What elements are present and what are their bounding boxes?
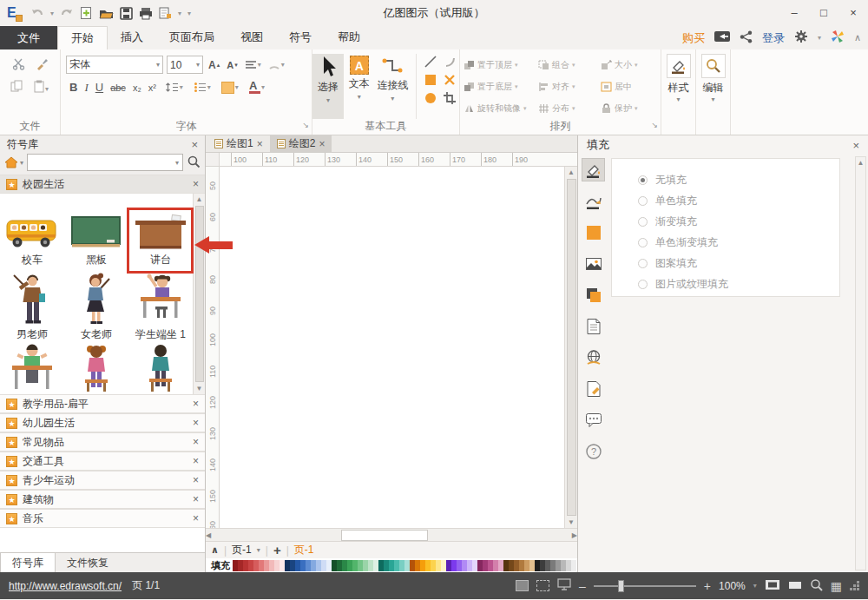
export-dropdown-icon[interactable]: ▾ <box>178 10 181 17</box>
fit-page-icon[interactable] <box>765 579 780 593</box>
category-bar-active[interactable]: ★ 校园生活 × <box>0 175 205 194</box>
drawing-tab-1[interactable]: 绘图1× <box>207 135 270 152</box>
fill-tab-button[interactable] <box>582 158 605 181</box>
fit-width-icon[interactable] <box>788 580 802 592</box>
select-tool-button[interactable]: 选择▾ <box>312 54 344 119</box>
edit-button[interactable] <box>701 54 726 78</box>
undo-icon[interactable] <box>30 7 44 19</box>
style-dropdown-icon[interactable]: ▾ <box>676 96 680 103</box>
fill-option-gradient[interactable]: 渐变填充 <box>638 211 839 232</box>
text-tool-button[interactable]: A 文本▾ <box>344 54 375 119</box>
collapse-ribbon-icon[interactable]: ∧ <box>854 32 861 43</box>
add-page-button[interactable]: + <box>273 543 281 557</box>
close-button[interactable]: × <box>838 2 868 24</box>
palette-swatch[interactable] <box>571 560 576 571</box>
minimize-button[interactable]: – <box>779 2 809 24</box>
line-style-tab-button[interactable] <box>582 189 605 213</box>
edrawsoft-link[interactable]: http://www.edrawsoft.cn/ <box>9 580 122 592</box>
align-text-icon[interactable]: ▾ <box>243 59 263 71</box>
line-spacing-icon[interactable]: ▾ <box>163 81 185 94</box>
scroll-up-icon[interactable]: ▲ <box>196 194 203 205</box>
scroll-up-icon[interactable]: ▲ <box>568 167 575 178</box>
page-tab-active[interactable]: 页-1 <box>294 543 314 557</box>
presentation-view-icon[interactable] <box>557 578 571 593</box>
file-menu-button[interactable]: 文件 <box>0 26 57 49</box>
page-selector[interactable]: 页-1 <box>232 543 252 557</box>
symbol-student-desk-2[interactable] <box>64 343 128 393</box>
symbol-school-bus[interactable]: 校车 <box>0 194 64 268</box>
undo-dropdown-icon[interactable]: ▾ <box>50 10 54 17</box>
library-home-button[interactable]: ▾ <box>4 156 23 168</box>
buy-button[interactable]: 购买 <box>682 30 705 46</box>
scrollbar-thumb[interactable] <box>195 206 204 382</box>
category-close-icon[interactable]: × <box>193 455 199 467</box>
menu-tab-6[interactable]: 帮助 <box>325 26 373 49</box>
cross-tool-icon[interactable] <box>443 73 457 89</box>
search-icon[interactable] <box>187 155 201 171</box>
redo-icon[interactable] <box>60 7 74 19</box>
login-button[interactable]: 登录 <box>762 30 785 46</box>
bullet-list-icon[interactable]: ▾ <box>192 81 213 94</box>
symbol-male-teacher[interactable]: 男老师 <box>0 268 64 343</box>
category-close-icon[interactable]: × <box>193 436 199 448</box>
fill-panel-scrollbar[interactable]: ▲ <box>855 156 866 570</box>
library-search-input[interactable] <box>28 155 175 169</box>
comment-tab-button[interactable] <box>582 408 605 432</box>
help-tab-button[interactable]: ? <box>582 439 605 463</box>
cut-icon[interactable] <box>12 57 25 73</box>
category-bar[interactable]: ★幼儿园生活× <box>0 413 205 432</box>
document-list-tab-button[interactable] <box>582 314 605 338</box>
arrange-dialog-launcher-icon[interactable]: ↘ <box>651 118 658 132</box>
rectangle-tool-icon[interactable] <box>424 73 437 89</box>
style-button[interactable] <box>667 54 691 78</box>
menu-tab-1[interactable]: 开始 <box>57 26 108 49</box>
ellipse-tool-icon[interactable] <box>424 91 437 108</box>
note-tab-button[interactable] <box>582 377 605 400</box>
menu-tab-5[interactable]: 符号 <box>276 26 325 49</box>
increase-font-icon[interactable]: A▴ <box>207 58 221 72</box>
snapshot-icon[interactable] <box>714 30 730 45</box>
align-button[interactable]: 对齐▾ <box>538 76 601 97</box>
fill-option-texture[interactable]: 图片或纹理填充 <box>638 274 839 294</box>
hyperlink-globe-tab-button[interactable] <box>582 346 605 369</box>
settings-gear-icon[interactable] <box>794 30 808 46</box>
zoom-dropdown-icon[interactable]: ▾ <box>753 582 757 590</box>
drawing-tab-2[interactable]: 绘图2× <box>270 135 332 152</box>
zoom-region-icon[interactable] <box>810 578 823 594</box>
symbol-podium[interactable]: 讲台 <box>128 194 193 268</box>
font-family-select[interactable]: 宋体▾ <box>66 56 163 74</box>
new-document-icon[interactable] <box>80 6 93 20</box>
category-bar[interactable]: ★青少年运动× <box>0 471 205 490</box>
zoom-level[interactable]: 100% <box>719 580 746 592</box>
search-dropdown-icon[interactable]: ▾ <box>175 159 182 167</box>
scroll-down-icon[interactable]: ▼ <box>568 517 575 528</box>
font-color-icon[interactable]: A▾ <box>247 80 266 95</box>
zoom-out-button[interactable]: – <box>579 579 586 593</box>
category-close-icon[interactable]: × <box>193 398 199 410</box>
library-scrollbar[interactable]: ▲ ▼ <box>193 194 205 394</box>
normal-view-icon[interactable] <box>516 580 529 591</box>
settings-dropdown-icon[interactable]: ▾ <box>818 34 821 42</box>
scroll-up-icon[interactable]: ▲ <box>858 157 865 168</box>
share-icon[interactable] <box>740 30 753 46</box>
crop-tool-icon[interactable] <box>443 91 457 108</box>
export-icon[interactable] <box>159 7 172 20</box>
strikethrough-button[interactable]: abc <box>110 82 126 93</box>
group-button[interactable]: 组合▾ <box>538 54 601 76</box>
copy-icon[interactable] <box>10 80 23 96</box>
zoom-slider-thumb[interactable] <box>618 580 624 592</box>
category-bar[interactable]: ★交通工具× <box>0 452 205 471</box>
pagebar-collapse-icon[interactable]: ∧ <box>211 544 219 556</box>
edit-dropdown-icon[interactable]: ▾ <box>711 96 714 103</box>
category-bar[interactable]: ★音乐× <box>0 509 205 528</box>
scrollbar-thumb[interactable] <box>567 179 576 516</box>
fill-option-solid[interactable]: 单色填充 <box>638 190 839 211</box>
page-selector-dropdown-icon[interactable]: ▾ <box>257 546 260 554</box>
subscript-button[interactable]: x₂ <box>133 82 141 93</box>
rotate-mirror-button[interactable]: 旋转和镜像▾ <box>464 97 538 119</box>
category-close-icon[interactable]: × <box>193 493 199 505</box>
print-icon[interactable] <box>139 7 153 20</box>
symbol-student-sitting[interactable]: 学生端坐 1 <box>128 268 193 343</box>
text-highlight-icon[interactable]: ▾ <box>220 81 240 95</box>
font-size-select[interactable]: 10▾ <box>167 56 203 74</box>
